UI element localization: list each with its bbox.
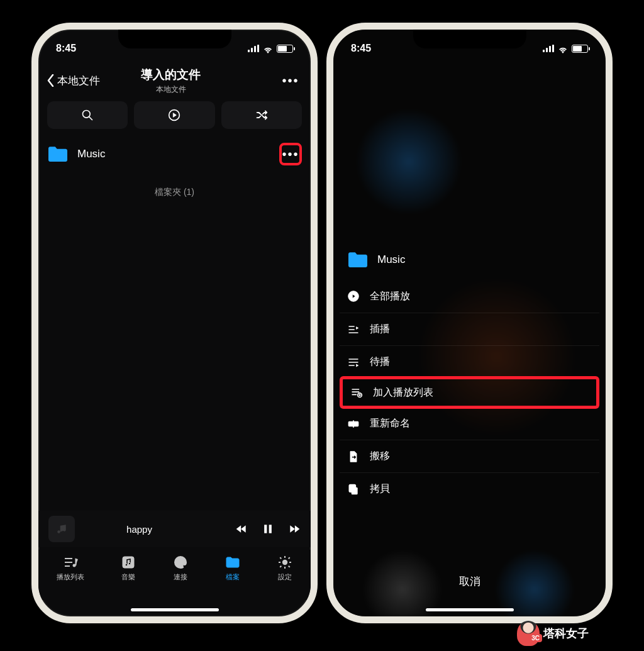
watermark-avatar: 3C <box>517 621 540 646</box>
shuffle-icon <box>255 109 268 121</box>
folder-tab-icon <box>225 555 241 570</box>
shuffle-button[interactable] <box>221 101 302 129</box>
wifi-icon <box>558 45 568 52</box>
play-icon <box>168 109 180 121</box>
watermark-text: 塔科女子 <box>543 626 589 641</box>
signal-icon <box>248 45 259 52</box>
tab-label: 播放列表 <box>57 572 84 582</box>
menu-add-to-playlist[interactable]: 加入播放列表 <box>340 376 599 409</box>
signal-icon <box>543 45 554 52</box>
search-button[interactable] <box>47 101 128 129</box>
svg-point-10 <box>282 560 286 564</box>
pause-icon[interactable] <box>262 523 274 535</box>
add-playlist-icon <box>350 386 363 399</box>
next-icon[interactable] <box>288 523 301 535</box>
playback-controls <box>235 523 301 535</box>
tab-music[interactable]: 音樂 <box>120 555 136 582</box>
tab-playlist[interactable]: 播放列表 <box>57 555 84 582</box>
notch <box>413 30 526 48</box>
menu-label: 加入播放列表 <box>373 386 433 399</box>
wifi-icon <box>263 45 273 52</box>
battery-icon <box>572 45 588 53</box>
tab-label: 連接 <box>174 572 187 582</box>
nav-title: 導入的文件 本地文件 <box>62 67 279 95</box>
folder-icon <box>347 251 369 269</box>
menu-play-all[interactable]: 全部播放 <box>340 280 599 313</box>
menu-rename[interactable]: 重新命名 <box>340 407 599 440</box>
svg-point-8 <box>128 562 131 565</box>
menu-label: 搬移 <box>370 450 390 463</box>
gear-icon <box>277 555 293 570</box>
tab-connect[interactable]: 連接 <box>172 555 189 582</box>
sheet-folder-label: Music <box>377 253 405 266</box>
svg-line-1 <box>89 117 92 120</box>
menu-label: 插播 <box>370 323 390 336</box>
copy-icon <box>347 483 360 496</box>
folder-label: Music <box>77 148 270 160</box>
search-icon <box>81 109 94 121</box>
play-button[interactable] <box>134 101 214 129</box>
svg-rect-4 <box>269 525 272 533</box>
watermark: 3C 塔科女子 <box>517 621 589 646</box>
chevron-left-icon <box>47 74 55 87</box>
page-subtitle: 本地文件 <box>62 84 279 95</box>
music-icon <box>120 555 136 570</box>
nav-more-button[interactable]: ••• <box>279 74 302 88</box>
at-icon <box>172 555 189 570</box>
svg-point-7 <box>125 564 128 566</box>
prev-icon[interactable] <box>235 523 248 535</box>
play-circle-icon <box>347 290 360 303</box>
status-indicators <box>248 45 293 53</box>
now-playing-bar[interactable]: happy <box>38 511 311 547</box>
menu-queue[interactable]: 待播 <box>340 345 599 378</box>
svg-rect-6 <box>123 557 134 568</box>
menu-label: 待播 <box>370 355 390 369</box>
tab-label: 檔案 <box>226 572 240 582</box>
menu-label: 拷貝 <box>370 482 390 496</box>
move-icon <box>347 450 360 463</box>
notch <box>118 30 231 48</box>
svg-rect-15 <box>349 484 355 492</box>
playlist-icon <box>62 555 79 570</box>
phone-right: 8:45 Music 全部播放 <box>326 23 613 623</box>
rename-icon <box>347 418 360 430</box>
folder-icon <box>47 145 69 163</box>
queue-icon <box>347 356 360 369</box>
status-time: 8:45 <box>351 43 371 54</box>
nav-bar: 本地文件 導入的文件 本地文件 ••• <box>38 62 311 99</box>
cancel-label: 取消 <box>459 576 480 587</box>
home-indicator[interactable] <box>131 608 219 611</box>
menu-label: 全部播放 <box>370 290 410 303</box>
tab-bar: 播放列表 音樂 連接 檔案 設定 <box>38 550 311 600</box>
page-title: 導入的文件 <box>62 67 279 83</box>
folder-row[interactable]: Music ••• <box>38 135 311 173</box>
status-indicators <box>543 45 588 53</box>
menu-insert-play[interactable]: 插播 <box>340 313 599 345</box>
tab-label: 設定 <box>278 572 292 582</box>
context-menu: 全部播放 插播 待播 加入播放列表 重新命名 <box>340 280 599 505</box>
menu-label: 重新命名 <box>370 417 410 430</box>
insert-icon <box>347 323 360 336</box>
action-sheet: Music 全部播放 插播 待播 加入播放列表 <box>333 248 606 616</box>
sheet-header: Music <box>340 248 599 280</box>
svg-rect-3 <box>264 525 267 533</box>
tab-label: 音樂 <box>121 572 135 582</box>
status-time: 8:45 <box>56 43 76 54</box>
now-playing-title: happy <box>51 524 228 535</box>
menu-move[interactable]: 搬移 <box>340 440 599 472</box>
phone-left: 8:45 本地文件 導入的文件 本地文件 ••• <box>31 23 318 623</box>
more-icon: ••• <box>282 147 299 162</box>
battery-icon <box>277 45 293 53</box>
cancel-button[interactable]: 取消 <box>333 565 606 598</box>
menu-copy[interactable]: 拷貝 <box>340 472 599 505</box>
tab-settings[interactable]: 設定 <box>277 555 293 582</box>
home-indicator[interactable] <box>426 608 514 611</box>
section-caption: 檔案夾 (1) <box>38 187 311 198</box>
row-more-button[interactable]: ••• <box>279 143 302 165</box>
tab-files[interactable]: 檔案 <box>225 555 241 582</box>
action-segment <box>38 99 311 135</box>
